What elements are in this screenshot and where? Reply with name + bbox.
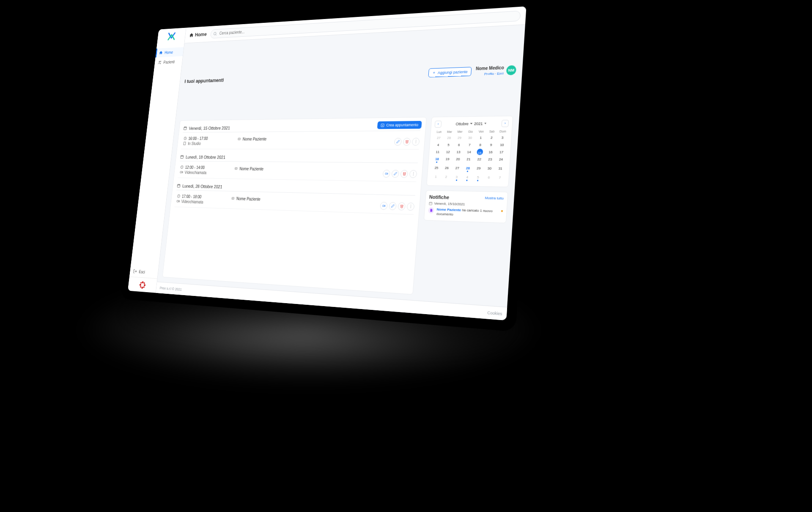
calendar-day[interactable]: 10 [497,142,508,148]
delete-appointment-button[interactable] [400,170,408,178]
appointment-more-button[interactable]: ⋮ [412,138,420,146]
calendar-day[interactable]: 22 [474,156,485,164]
edit-appointment-button[interactable] [394,138,402,145]
appointment-more-button[interactable]: ⋮ [409,170,417,178]
calendar-day[interactable]: 12 [443,149,453,156]
calendar-day[interactable]: 31 [495,165,506,174]
svg-point-8 [143,282,145,284]
edit-appointment-button[interactable] [389,202,397,210]
calendar-day[interactable]: 13 [453,149,464,156]
calendar-day[interactable]: 30 [465,134,475,141]
calendar-day[interactable]: 21 [463,156,474,164]
notifications-show-all[interactable]: Mostra tutto [485,196,504,201]
calendar-day[interactable]: 1 [431,173,441,182]
avatar[interactable]: NM [506,65,516,75]
edit-appointment-button[interactable] [391,170,399,178]
calendar-day[interactable]: 18 [432,156,442,164]
calendar-day[interactable]: 1 [475,134,486,141]
calendar-day[interactable]: 26 [442,164,452,173]
calendar-day[interactable]: 30 [484,165,495,174]
user-logout-link[interactable]: Esci [497,71,504,76]
calendar-day[interactable]: 4 [462,174,473,183]
svg-rect-56 [429,202,432,205]
user-name: Nome Medico [476,65,504,71]
calendar-day[interactable]: 5 [472,174,483,183]
appointment-day-label: Venerdì, 15 Ottobre 2021 [189,126,230,131]
calendar-month-select[interactable]: Ottobre [455,122,472,126]
calendar-weekday: Ven [476,129,486,134]
join-video-button[interactable] [380,202,388,210]
calendar-day[interactable]: 28 [463,165,474,173]
appointment-row[interactable]: 12:00 - 14:00VideochiamataNome Paziente⋮ [178,164,417,182]
user-block: Nome Medico Profilo · Esci NM [475,65,516,77]
appointments-panel: Crea appuntamento Venerdì, 15 Ottobre 20… [162,117,427,294]
appointment-time: 17:00 - 18:00 [182,194,202,199]
calendar-day[interactable]: 24 [495,156,506,165]
calendar-day[interactable]: 11 [433,149,443,156]
svg-rect-54 [382,205,384,207]
appointment-more-button[interactable]: ⋮ [406,203,414,211]
calendar-day[interactable]: 4 [433,142,444,148]
calendar-day[interactable]: 25 [431,164,442,173]
calendar-day[interactable]: 9 [486,142,497,148]
calendar-day[interactable]: 23 [485,156,496,164]
profile-link[interactable]: Profilo [484,72,494,76]
calendar-day[interactable]: 28 [444,134,454,141]
appointment-day-header: Lunedì, 18 Ottobre 2021 [180,153,419,163]
svg-rect-16 [184,127,187,130]
appointment-row[interactable]: 16:00 - 17:00In StudioNome Paziente⋮ [181,134,420,150]
logout-icon [133,269,137,274]
calendar-weekday: Gio [465,129,476,134]
calendar-weekday: Dom [497,129,508,134]
delete-appointment-button[interactable] [398,202,406,210]
calendar-day[interactable]: 29 [473,165,484,174]
calendar-day[interactable]: 6 [483,174,494,183]
svg-point-7 [140,282,142,284]
add-patient-button[interactable]: ＋ Aggiungi paziente [428,67,472,78]
right-rail: ‹ Ottobre 2021 › LunMarMerG [418,116,513,301]
create-appointment-button[interactable]: Crea appuntamento [377,121,422,129]
svg-rect-43 [177,184,180,187]
calendar-day[interactable]: 20 [453,156,463,164]
video-icon [176,200,180,204]
footer-cookies-link[interactable]: Cookies [487,310,502,316]
calendar-day[interactable]: 19 [442,156,453,164]
calendar-weekday: Mer [455,129,465,134]
sidebar-item-home[interactable]: Home [156,47,184,57]
calendar-prev-button[interactable]: ‹ [434,120,442,128]
calendar-day[interactable]: 27 [452,164,463,173]
notification-patient[interactable]: Nome Paziente [436,207,461,212]
appointment-mode: Videochiamata [181,199,203,204]
delete-appointment-button[interactable] [403,138,411,145]
calendar-day[interactable]: 17 [496,149,507,156]
calendar-day[interactable]: 3 [451,174,462,182]
calendar-year-select[interactable]: 2021 [474,121,487,126]
building-icon [183,142,187,145]
app-logo [157,28,186,45]
sidebar-item-pazienti[interactable]: Pazienti [154,57,183,67]
appointment-patient: Nome Paziente [242,137,266,142]
calendar-day[interactable]: 15 [477,149,483,155]
appointment-day-label: Lunedì, 28 Ottobre 2021 [182,183,222,189]
calendar-day[interactable]: 8 [475,142,486,148]
calendar-day[interactable]: 2 [441,173,451,182]
calendar-day[interactable]: 14 [464,149,475,156]
calendar-day[interactable]: 7 [464,142,475,148]
video-icon [179,170,183,174]
notification-item[interactable]: Nome Paziente ha caricato 1 nuovo docume… [428,207,503,219]
calendar-next-button[interactable]: › [501,120,509,127]
appointment-row[interactable]: 17:00 - 18:00VideochiamataNome Paziente⋮ [175,192,415,215]
calendar-day[interactable]: 27 [433,134,444,141]
calendar-day[interactable]: 3 [497,134,508,141]
calendar-day[interactable]: 5 [443,142,454,148]
svg-rect-41 [385,173,387,174]
calendar-day[interactable]: 29 [454,134,465,141]
plus-icon: ＋ [432,70,436,76]
calendar-day[interactable]: 7 [494,174,505,183]
document-icon [428,207,434,214]
calendar-day[interactable]: 6 [454,142,464,148]
calendar-day[interactable]: 16 [485,149,496,156]
calendar-day[interactable]: 2 [486,134,497,141]
join-video-button[interactable] [383,170,391,178]
clock-icon [184,137,187,140]
